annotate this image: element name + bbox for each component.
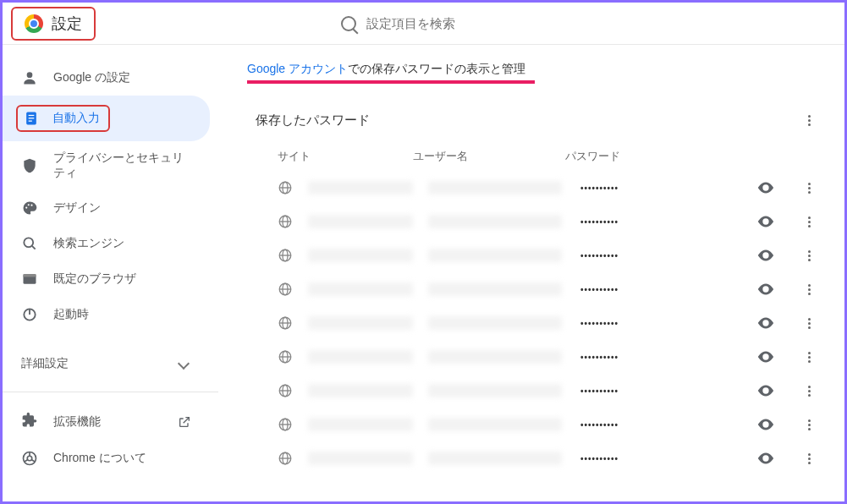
password-row[interactable]: •••••••••• <box>247 171 824 205</box>
password-rows: •••••••••• •••••••••• •••••••••• •••••••… <box>247 171 824 475</box>
svg-point-31 <box>764 288 767 291</box>
autofill-icon <box>23 110 40 127</box>
user-cell <box>428 418 562 431</box>
advanced-label: 詳細設定 <box>21 356 69 371</box>
site-cell <box>308 316 413 330</box>
globe-icon <box>278 451 293 466</box>
svg-rect-2 <box>29 115 35 116</box>
show-password-button[interactable] <box>756 246 775 265</box>
svg-point-8 <box>24 238 33 247</box>
password-row[interactable]: •••••••••• <box>247 238 824 272</box>
highlight-underline <box>247 80 535 84</box>
google-account-link-text: Google アカウント <box>247 62 348 75</box>
search-box[interactable] <box>341 16 836 31</box>
show-password-button[interactable] <box>756 348 775 366</box>
show-password-button[interactable] <box>756 415 775 434</box>
row-more-button[interactable] <box>802 215 816 228</box>
sidebar-advanced[interactable]: 詳細設定 <box>3 346 210 381</box>
show-password-button[interactable] <box>756 381 775 400</box>
search-input[interactable] <box>366 16 705 30</box>
sidebar-item-label: デザイン <box>53 200 101 216</box>
password-cell: •••••••••• <box>580 353 672 362</box>
show-password-button[interactable] <box>756 212 775 231</box>
show-password-button[interactable] <box>756 449 775 468</box>
section-title: 保存したパスワード <box>256 112 370 129</box>
row-more-button[interactable] <box>802 282 816 296</box>
user-cell <box>428 282 562 296</box>
site-cell <box>308 452 413 465</box>
password-cell: •••••••••• <box>580 285 672 294</box>
chevron-down-icon <box>178 358 190 370</box>
sidebar-item-search-engine[interactable]: 検索エンジン <box>3 226 210 261</box>
svg-point-5 <box>25 207 27 209</box>
globe-icon <box>278 315 293 331</box>
col-user: ユーザー名 <box>413 149 565 164</box>
palette-icon <box>21 200 38 216</box>
password-row[interactable]: •••••••••• <box>247 272 824 306</box>
globe-icon <box>278 349 293 364</box>
sidebar-item-label: 既定のブラウザ <box>53 271 136 287</box>
row-more-button[interactable] <box>802 384 816 397</box>
row-more-button[interactable] <box>802 350 816 364</box>
search-icon <box>21 235 38 252</box>
globe-icon <box>278 248 293 263</box>
top-bar: 設定 <box>3 3 844 45</box>
svg-rect-3 <box>29 118 35 118</box>
show-password-button[interactable] <box>756 178 775 197</box>
site-cell <box>308 418 413 431</box>
sidebar-item-about[interactable]: Chrome について <box>3 441 210 476</box>
password-cell: •••••••••• <box>580 184 672 193</box>
svg-point-19 <box>764 186 767 189</box>
svg-point-51 <box>764 457 767 460</box>
password-cell: •••••••••• <box>580 454 672 463</box>
sidebar-item-label: 自動入力 <box>52 111 100 126</box>
globe-icon <box>278 214 293 229</box>
globe-icon <box>278 417 293 432</box>
row-more-button[interactable] <box>802 452 816 465</box>
svg-rect-4 <box>29 121 32 122</box>
show-password-button[interactable] <box>756 280 775 299</box>
column-headers: サイト ユーザー名 パスワード <box>247 129 824 171</box>
extension-icon <box>21 412 38 431</box>
password-row[interactable]: •••••••••• <box>247 441 824 475</box>
svg-point-39 <box>764 355 767 359</box>
site-cell <box>308 181 413 194</box>
user-cell <box>428 215 562 228</box>
row-more-button[interactable] <box>802 249 816 262</box>
main-content: Google アカウントでの保存パスワードの表示と管理 保存したパスワード サイ… <box>227 45 844 501</box>
svg-point-6 <box>28 204 30 205</box>
svg-point-27 <box>764 254 767 257</box>
row-more-button[interactable] <box>802 316 816 330</box>
show-password-button[interactable] <box>756 314 775 332</box>
user-cell <box>428 384 562 397</box>
google-account-link-rest: での保存パスワードの表示と管理 <box>348 62 525 75</box>
password-row[interactable]: •••••••••• <box>247 340 824 374</box>
autofill-highlight: 自動入力 <box>16 105 110 132</box>
password-row[interactable]: •••••••••• <box>247 205 824 238</box>
svg-point-23 <box>764 220 767 223</box>
app-title-highlight: 設定 <box>11 7 96 41</box>
row-more-button[interactable] <box>802 418 816 431</box>
about-label: Chrome について <box>53 451 146 466</box>
password-cell: •••••••••• <box>580 420 672 430</box>
row-more-button[interactable] <box>802 181 816 194</box>
sidebar-item-appearance[interactable]: デザイン <box>3 190 210 226</box>
google-account-link[interactable]: Google アカウントでの保存パスワードの表示と管理 <box>247 62 824 77</box>
password-row[interactable]: •••••••••• <box>247 408 824 441</box>
app-title: 設定 <box>52 14 82 34</box>
section-more-button[interactable] <box>802 114 816 128</box>
sidebar-item-extensions[interactable]: 拡張機能 <box>3 403 210 441</box>
sidebar-item-privacy[interactable]: プライバシーとセキュリティ <box>3 141 210 190</box>
sidebar-item-startup[interactable]: 起動時 <box>3 297 210 332</box>
chrome-logo-icon <box>25 14 43 33</box>
sidebar-item-default-browser[interactable]: 既定のブラウザ <box>3 261 210 297</box>
user-cell <box>428 350 562 364</box>
password-row[interactable]: •••••••••• <box>247 306 824 340</box>
sidebar-item-google-settings[interactable]: Google の設定 <box>3 60 210 96</box>
browser-icon <box>21 271 38 288</box>
password-row[interactable]: •••••••••• <box>247 374 824 408</box>
globe-icon <box>278 383 293 398</box>
site-cell <box>308 350 413 364</box>
site-cell <box>308 215 413 228</box>
sidebar-item-autofill[interactable]: 自動入力 <box>3 96 210 141</box>
